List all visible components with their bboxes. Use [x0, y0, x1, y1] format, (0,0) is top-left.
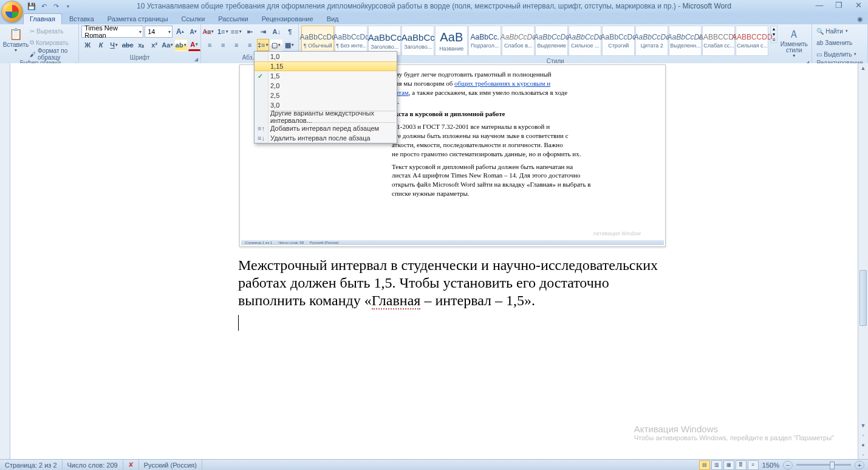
line-spacing-button[interactable]: ‡≡▾: [257, 39, 269, 51]
tab-mailings[interactable]: Рассылки: [212, 14, 254, 24]
scroll-down-icon[interactable]: ▼: [858, 421, 868, 430]
style-item[interactable]: AaBbCc.Подзагол...: [468, 26, 501, 56]
tab-review[interactable]: Рецензирование: [256, 14, 320, 24]
redo-icon[interactable]: ↷: [51, 1, 61, 11]
help-icon[interactable]: ◉: [852, 14, 868, 24]
style-item[interactable]: AaBbCcDdСлабое в...: [502, 26, 535, 56]
line-spacing-option[interactable]: 2,5: [255, 91, 397, 100]
align-right-button[interactable]: ≡: [230, 39, 242, 51]
style-item[interactable]: AaBbCcDdЦитата 2: [635, 26, 668, 56]
maximize-button[interactable]: ❐: [832, 0, 846, 10]
bullets-button[interactable]: •≡▾: [203, 26, 216, 38]
close-button[interactable]: ✕: [851, 0, 866, 10]
change-styles-button[interactable]: Ａ Изменить стили▼: [779, 26, 809, 58]
change-case-button[interactable]: Aa▾: [162, 39, 174, 51]
numbering-button[interactable]: 1≡▾: [217, 26, 229, 38]
view-draft-button[interactable]: ≡: [748, 460, 759, 470]
cut-button[interactable]: ✂Вырезать: [28, 26, 76, 36]
line-spacing-option[interactable]: 2,0: [255, 81, 397, 91]
proofing-icon: ✘: [128, 461, 134, 469]
vertical-ruler[interactable]: [0, 63, 10, 460]
gallery-more-icon[interactable]: ≡: [771, 37, 777, 43]
tab-insert[interactable]: Вставка: [63, 14, 100, 24]
borders-button[interactable]: ▦▾: [284, 39, 296, 51]
format-painter-button[interactable]: 🖌Формат по образцу: [28, 49, 76, 60]
highlight-button[interactable]: ab▾: [175, 39, 187, 51]
style-item[interactable]: AaBbCcDdВыделение: [535, 26, 568, 56]
save-icon[interactable]: 💾: [27, 1, 36, 11]
italic-button[interactable]: К: [95, 39, 107, 51]
gallery-down-icon[interactable]: ▾: [771, 32, 777, 37]
tab-home[interactable]: Главная: [23, 13, 62, 24]
office-button[interactable]: [1, 1, 23, 22]
browse-object-icon[interactable]: ●: [858, 440, 868, 450]
document-area[interactable]: ему будет легче подготовить грамотный и …: [0, 63, 858, 460]
replace-button[interactable]: abЗаменить: [815, 37, 854, 48]
shrink-font-button[interactable]: A▾: [187, 26, 199, 38]
sort-button[interactable]: A↓: [270, 26, 282, 38]
browse-next-icon[interactable]: ◦: [858, 450, 868, 460]
line-spacing-option[interactable]: ✓1,5: [255, 71, 397, 81]
vertical-scrollbar[interactable]: ▲ ▼ ◦ ● ◦: [858, 63, 868, 460]
font-launcher-icon[interactable]: ◢: [194, 57, 198, 62]
zoom-out-button[interactable]: −: [783, 461, 793, 469]
browse-prev-icon[interactable]: ◦: [858, 430, 868, 440]
align-left-button[interactable]: ≡: [203, 39, 216, 51]
zoom-in-button[interactable]: +: [855, 461, 864, 469]
tab-view[interactable]: Вид: [321, 14, 345, 24]
style-item[interactable]: AaBbCcDdСтрогий: [602, 26, 635, 56]
select-button[interactable]: ▭Выделить▾: [815, 49, 859, 60]
view-full-screen-button[interactable]: ▥: [711, 460, 722, 470]
style-item[interactable]: AaBbCcDdСильное ...: [569, 26, 601, 56]
font-size-combo[interactable]: 14: [145, 26, 173, 38]
line-spacing-option[interactable]: 1,15: [255, 61, 397, 71]
style-item[interactable]: AABBCCDDСлабая сс...: [702, 26, 735, 56]
remove-space-after[interactable]: ≡↓Удалить интервал после абзаца: [255, 133, 397, 143]
show-marks-button[interactable]: ¶: [284, 26, 296, 38]
underline-button[interactable]: Ч▾: [108, 39, 120, 51]
tab-references[interactable]: Ссылки: [176, 14, 211, 24]
status-page[interactable]: Страница: 2 из 2: [0, 460, 63, 470]
undo-icon[interactable]: ↶: [39, 1, 49, 11]
increase-indent-button[interactable]: ⇥: [257, 26, 269, 38]
change-styles-icon: Ａ: [787, 27, 801, 41]
shading-button[interactable]: ▢▾: [270, 39, 282, 51]
subscript-button[interactable]: x₂: [135, 39, 147, 51]
style-item[interactable]: AABBCCDDСильная с...: [736, 26, 768, 56]
style-item[interactable]: АаВНазвание: [435, 26, 468, 56]
view-outline-button[interactable]: ≣: [736, 460, 747, 470]
copy-button[interactable]: ⧉Копировать: [28, 37, 76, 48]
status-word-count[interactable]: Число слов: 209: [63, 460, 123, 470]
status-proofing[interactable]: ✘: [123, 460, 139, 470]
zoom-level[interactable]: 150%: [760, 461, 782, 469]
zoom-slider-thumb[interactable]: [830, 461, 835, 469]
status-language[interactable]: Русский (Россия): [139, 460, 202, 470]
font-name-combo[interactable]: Times New Roman: [81, 26, 143, 38]
strikethrough-button[interactable]: abc: [121, 39, 134, 51]
align-center-button[interactable]: ≡: [217, 39, 229, 51]
justify-button[interactable]: ≡: [244, 39, 256, 51]
font-color-button[interactable]: A▾: [188, 40, 200, 51]
line-spacing-option[interactable]: 1,0: [255, 52, 397, 61]
paste-button[interactable]: 📋 Вставить ▼: [5, 26, 27, 52]
superscript-button[interactable]: x²: [148, 39, 160, 51]
add-space-before[interactable]: ≡↑Добавить интервал перед абзацем: [255, 123, 397, 133]
style-item[interactable]: AaBbCcDdВыделенн...: [669, 26, 702, 56]
zoom-slider[interactable]: [796, 464, 851, 466]
line-spacing-more[interactable]: Другие варианты междустрочных интервалов…: [255, 112, 397, 122]
line-spacing-option[interactable]: 3,0: [255, 100, 397, 110]
view-print-layout-button[interactable]: ▤: [699, 460, 710, 470]
minimize-button[interactable]: —: [812, 0, 827, 10]
view-web-button[interactable]: ▦: [723, 460, 734, 470]
decrease-indent-button[interactable]: ⇤: [244, 26, 256, 38]
style-item[interactable]: AaBbCcЗаголово...: [402, 26, 434, 56]
scroll-up-icon[interactable]: ▲: [858, 63, 868, 73]
gallery-up-icon[interactable]: ▴: [771, 26, 777, 32]
grow-font-button[interactable]: A▴: [174, 26, 186, 38]
scrollbar-thumb[interactable]: [859, 270, 867, 326]
bold-button[interactable]: Ж: [81, 39, 94, 51]
find-button[interactable]: 🔍Найти▾: [815, 26, 850, 36]
multilevel-button[interactable]: ≡≡▾: [230, 26, 242, 38]
tab-page-layout[interactable]: Разметка страницы: [101, 14, 174, 24]
qat-customize-icon[interactable]: ▾: [63, 1, 73, 11]
